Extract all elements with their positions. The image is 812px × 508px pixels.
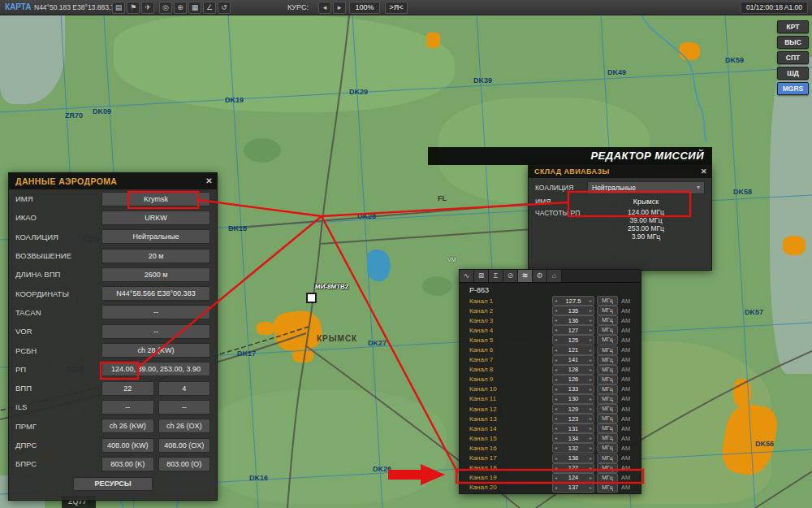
map-tab-label[interactable]: КАРТА: [5, 2, 32, 11]
prmg-1-field[interactable]: ch 26 (KW): [102, 419, 154, 433]
map-mode-button-krt[interactable]: КРТ: [777, 20, 809, 33]
decrement-icon[interactable]: ◂: [555, 484, 557, 492]
frequency-stepper[interactable]: ◂137▸: [552, 483, 594, 493]
frequency-stepper[interactable]: ◂130▸: [552, 394, 594, 404]
increment-icon[interactable]: ▸: [590, 385, 592, 393]
map-mode-button-vys[interactable]: ВЫС: [777, 36, 809, 49]
decrement-icon[interactable]: ◂: [555, 336, 557, 344]
frequency-stepper[interactable]: ◂124▸: [552, 473, 594, 483]
icao-field[interactable]: URKW: [102, 211, 210, 225]
increment-icon[interactable]: ▸: [590, 376, 592, 384]
sum-tab-icon[interactable]: Σ: [489, 270, 503, 282]
frequency-stepper[interactable]: ◂121▸: [552, 345, 594, 355]
map-mode-button-spt[interactable]: СПТ: [777, 51, 809, 64]
increment-icon[interactable]: ▸: [590, 464, 592, 472]
frequency-stepper[interactable]: ◂127▸: [552, 325, 594, 335]
ils-2-field[interactable]: --: [158, 400, 211, 415]
flag-icon[interactable]: ⚑: [127, 2, 140, 14]
rsbn-field[interactable]: ch 28 (KW): [102, 343, 210, 358]
increment-icon[interactable]: ▸: [590, 356, 592, 364]
decrement-icon[interactable]: ◂: [555, 434, 557, 442]
increment-icon[interactable]: ▸: [590, 415, 592, 423]
link-tab-icon[interactable]: ⊠: [474, 270, 489, 282]
frequency-stepper[interactable]: ◂136▸: [552, 315, 594, 325]
frequency-stepper[interactable]: ◂133▸: [552, 384, 594, 394]
exclude-tab-icon[interactable]: ⊘: [503, 270, 518, 282]
increment-icon[interactable]: ▸: [590, 336, 592, 344]
measure-icon[interactable]: ∠: [203, 2, 216, 14]
decrement-icon[interactable]: ◂: [555, 316, 557, 324]
vor-field[interactable]: --: [102, 324, 210, 339]
frequency-stepper[interactable]: ◂128▸: [552, 365, 594, 375]
decrement-icon[interactable]: ◂: [555, 366, 557, 374]
frequency-stepper[interactable]: ◂141▸: [552, 355, 594, 365]
frequency-stepper[interactable]: ◂129▸: [552, 404, 594, 414]
increment-icon[interactable]: ▸: [590, 454, 592, 462]
undo-icon[interactable]: ↺: [218, 2, 231, 14]
decrement-icon[interactable]: ◂: [555, 346, 557, 354]
frequency-stepper[interactable]: ◂125▸: [552, 335, 594, 345]
waveform-tab-icon[interactable]: ∿: [460, 270, 474, 282]
decrement-icon[interactable]: ◂: [555, 297, 557, 305]
frequency-stepper[interactable]: ◂138▸: [552, 454, 594, 463]
increment-icon[interactable]: ▸: [590, 297, 592, 305]
increment-icon[interactable]: ▸: [590, 444, 592, 452]
runway-2-field[interactable]: 4: [158, 381, 211, 396]
gear-tab-icon[interactable]: ⚙: [533, 270, 547, 282]
frequency-stepper[interactable]: ◂131▸: [552, 423, 594, 433]
name-field[interactable]: Krymsk: [102, 192, 210, 206]
decrement-icon[interactable]: ◂: [555, 306, 557, 315]
close-icon[interactable]: ✕: [701, 166, 707, 178]
map-mode-button-mgrs[interactable]: MGRS: [777, 82, 809, 95]
tacan-field[interactable]: --: [102, 305, 210, 319]
decrement-icon[interactable]: ◂: [555, 464, 557, 472]
decrement-icon[interactable]: ◂: [555, 356, 557, 364]
frequency-stepper[interactable]: ◂122▸: [552, 463, 594, 473]
airplane-icon[interactable]: ✈: [141, 2, 154, 14]
prmg-2-field[interactable]: ch 26 (OX): [158, 419, 211, 433]
increment-icon[interactable]: ▸: [590, 366, 592, 374]
increment-icon[interactable]: ▸: [590, 474, 592, 482]
coalition-dropdown[interactable]: Нейтральные ▾: [587, 181, 705, 194]
frequency-stepper[interactable]: ◂134▸: [552, 433, 594, 443]
radio-waves-tab-icon[interactable]: ≋: [518, 270, 533, 282]
increment-icon[interactable]: ▸: [590, 424, 592, 432]
course-right-icon[interactable]: ▸: [333, 2, 346, 14]
course-left-icon[interactable]: ◂: [318, 2, 331, 14]
home-tab-icon[interactable]: ⌂: [547, 270, 562, 282]
add-icon[interactable]: ⊕: [174, 2, 187, 14]
decrement-icon[interactable]: ◂: [555, 454, 557, 462]
inner-ndb-2-field[interactable]: 803.00 (O): [158, 457, 211, 471]
runway-1-field[interactable]: 22: [102, 381, 154, 396]
ils-1-field[interactable]: --: [102, 400, 154, 415]
layers-icon[interactable]: ▤: [112, 2, 125, 14]
frequency-stepper[interactable]: ◂132▸: [552, 443, 594, 453]
elevation-field[interactable]: 20 м: [102, 249, 210, 263]
decrement-icon[interactable]: ◂: [555, 444, 557, 452]
increment-icon[interactable]: ▸: [590, 484, 592, 492]
increment-icon[interactable]: ▸: [590, 306, 592, 315]
tower-frequencies-field[interactable]: 124.00, 39.00, 253.00, 3.90: [102, 362, 210, 376]
close-icon[interactable]: ✕: [205, 173, 213, 189]
target-icon[interactable]: ◎: [159, 2, 172, 14]
grid-icon[interactable]: ▦: [188, 2, 201, 14]
runway-length-field[interactable]: 2600 м: [102, 267, 210, 282]
increment-icon[interactable]: ▸: [590, 434, 592, 442]
decrement-icon[interactable]: ◂: [555, 395, 557, 403]
helicopter-unit-icon[interactable]: [306, 293, 317, 303]
increment-icon[interactable]: ▸: [590, 326, 592, 334]
decrement-icon[interactable]: ◂: [555, 385, 557, 393]
center-on-me-button[interactable]: >Я<: [385, 2, 408, 14]
increment-icon[interactable]: ▸: [590, 316, 592, 324]
decrement-icon[interactable]: ◂: [555, 405, 557, 413]
inner-ndb-1-field[interactable]: 803.00 (K): [102, 457, 154, 471]
decrement-icon[interactable]: ◂: [555, 415, 557, 423]
decrement-icon[interactable]: ◂: [555, 326, 557, 334]
coordinates-field[interactable]: N44°58.566 E38°00.383: [102, 286, 210, 301]
frequency-stepper[interactable]: ◂127.5▸: [552, 296, 594, 306]
increment-icon[interactable]: ▸: [590, 395, 592, 403]
increment-icon[interactable]: ▸: [590, 346, 592, 354]
zoom-level[interactable]: 100%: [349, 2, 380, 14]
decrement-icon[interactable]: ◂: [555, 474, 557, 482]
frequency-stepper[interactable]: ◂126▸: [552, 375, 594, 384]
